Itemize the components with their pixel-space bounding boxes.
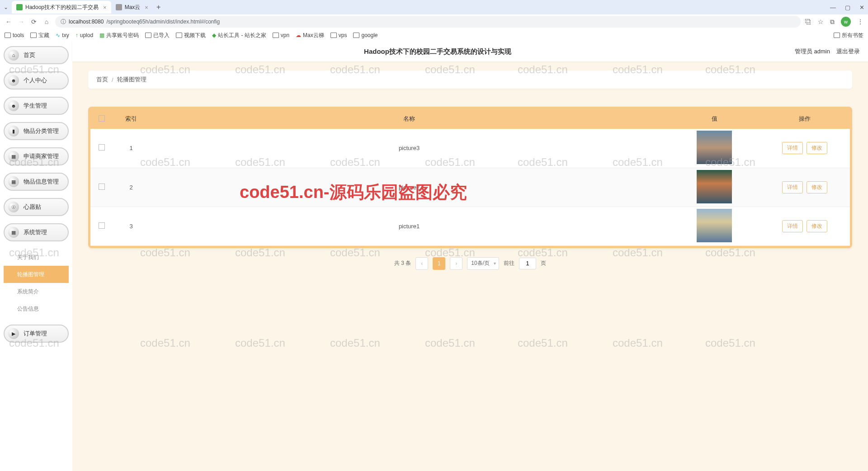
profile-avatar[interactable]: w — [841, 17, 851, 27]
bookmark-item[interactable]: ▦共享账号密码 — [99, 32, 139, 39]
browser-tab[interactable]: Max云 × — [111, 1, 153, 14]
bookmark-star-icon[interactable]: ☆ — [818, 18, 824, 25]
sidebar-label: 心愿贴 — [24, 203, 41, 211]
sidebar-item-profile[interactable]: ☻个人中心 — [4, 71, 69, 89]
site-info-icon[interactable]: ⓘ — [61, 18, 66, 26]
pager-goto-input[interactable] — [519, 258, 536, 269]
thumbnail-image — [697, 170, 732, 203]
content-area: 首页 / 轮播图管理 索引 名称 值 操作 — [72, 61, 868, 279]
pager-page-1[interactable]: 1 — [433, 257, 445, 270]
pager-size-select[interactable]: 10条/页 — [467, 257, 499, 270]
sidebar-label: 申请商家管理 — [24, 152, 59, 160]
sidebar-item-system[interactable]: ▦系统管理 — [4, 223, 69, 241]
folder-icon — [834, 33, 840, 38]
sidebar-item-home[interactable]: ⌂首页 — [4, 46, 69, 64]
user-label[interactable]: 管理员 admin — [795, 47, 830, 56]
sidebar-label: 物品信息管理 — [24, 178, 59, 186]
pagination: 共 3 条 ‹ 1 › 10条/页 前往 页 — [88, 257, 852, 270]
link-icon: ↑ — [75, 32, 78, 38]
sidebar-item-student[interactable]: ☻学生管理 — [4, 97, 69, 115]
bookmark-item[interactable]: google — [353, 32, 377, 38]
link-icon: ☁ — [296, 32, 301, 38]
sidebar-subnav: 关于我们 轮播图管理 系统简介 公告信息 — [4, 249, 69, 317]
edit-button[interactable]: 修改 — [807, 181, 827, 193]
bookmark-item[interactable]: ↑uplod — [75, 32, 93, 38]
detail-button[interactable]: 详情 — [782, 220, 803, 232]
folder-icon — [5, 33, 11, 38]
breadcrumb-current: 轮播图管理 — [117, 75, 146, 84]
translate-icon[interactable]: ⿻ — [805, 18, 811, 25]
th-action: 操作 — [760, 109, 850, 129]
bookmark-bar: tools 宝藏 ∿txy ↑uplod ▦共享账号密码 已导入 视频下载 ◆站… — [0, 29, 868, 42]
home-icon[interactable]: ⌂ — [42, 18, 51, 26]
cell-name: picture1 — [149, 207, 669, 245]
table-row: 1 picture3 详情 修改 — [90, 129, 850, 168]
grid-icon: ▦ — [8, 227, 19, 238]
forward-icon[interactable]: → — [17, 18, 25, 26]
bookmark-item[interactable]: tools — [5, 32, 24, 38]
tab-close-icon[interactable]: × — [103, 4, 107, 11]
bookmark-item[interactable]: 视频下载 — [176, 32, 206, 39]
cell-index: 3 — [113, 207, 149, 245]
pager-goto-label: 前往 — [504, 259, 514, 267]
bookmark-item[interactable]: 已导入 — [145, 32, 170, 39]
sidebar-sub-intro[interactable]: 系统简介 — [4, 283, 69, 300]
detail-button[interactable]: 详情 — [782, 142, 803, 154]
browser-chrome: ⌄ Hadoop技术下的校园二手交易 × Max云 × + — ▢ ✕ ← → … — [0, 0, 868, 42]
edit-button[interactable]: 修改 — [807, 142, 827, 154]
favicon-icon — [16, 4, 23, 10]
pager-prev[interactable]: ‹ — [415, 257, 428, 270]
link-icon: ◆ — [212, 32, 216, 38]
sidebar-item-order[interactable]: ▶订单管理 — [4, 325, 69, 343]
checkbox[interactable] — [99, 144, 105, 151]
bookmark-item[interactable]: vps — [330, 32, 347, 38]
menu-icon[interactable]: ⋮ — [857, 18, 863, 25]
sidebar-item-merchant[interactable]: ▦申请商家管理 — [4, 147, 69, 165]
checkbox[interactable] — [99, 184, 105, 190]
sidebar-item-goods[interactable]: ▦物品信息管理 — [4, 173, 69, 191]
browser-tab-active[interactable]: Hadoop技术下的校园二手交易 × — [12, 1, 111, 14]
checkbox-all[interactable] — [99, 115, 105, 122]
url-path: /springbooteq65h/admin/dist/index.html#/… — [106, 19, 220, 25]
maximize-icon[interactable]: ▢ — [845, 4, 850, 11]
bookmark-item[interactable]: ☁Max云梯 — [296, 32, 324, 39]
sidebar-sub-notice[interactable]: 公告信息 — [4, 300, 69, 317]
back-icon[interactable]: ← — [5, 18, 13, 26]
folder-icon — [176, 33, 182, 38]
sidebar-label: 订单管理 — [24, 330, 47, 338]
user-icon: ☻ — [8, 75, 19, 86]
new-tab-button[interactable]: + — [156, 3, 160, 11]
minimize-icon[interactable]: — — [830, 4, 836, 11]
bookmark-item[interactable]: vpn — [273, 32, 289, 38]
logout-link[interactable]: 退出登录 — [836, 47, 860, 56]
sidebar-item-category[interactable]: ▮物品分类管理 — [4, 122, 69, 140]
folder-icon — [353, 33, 359, 38]
checkbox[interactable] — [99, 222, 105, 229]
pager-next[interactable]: › — [450, 257, 462, 270]
chevron-down-icon[interactable]: ⌄ — [4, 4, 8, 10]
favicon-icon — [116, 4, 122, 10]
sidebar-item-wish[interactable]: ☉心愿贴 — [4, 198, 69, 216]
tab-close-icon[interactable]: × — [145, 4, 148, 11]
edit-button[interactable]: 修改 — [807, 220, 827, 232]
breadcrumb-home[interactable]: 首页 — [96, 75, 108, 84]
bookmark-all[interactable]: 所有书签 — [834, 32, 863, 39]
sidebar-sub-carousel[interactable]: 轮播图管理 — [4, 266, 69, 283]
url-input[interactable]: ⓘ localhost:8080/springbooteq65h/admin/d… — [55, 16, 801, 28]
url-host: localhost:8080 — [69, 19, 104, 25]
th-index: 索引 — [113, 109, 149, 129]
detail-button[interactable]: 详情 — [782, 181, 803, 193]
close-icon[interactable]: ✕ — [859, 4, 864, 11]
page-title: Hadoop技术下的校园二手交易系统的设计与实现 — [80, 47, 795, 56]
extensions-icon[interactable]: ⧉ — [830, 18, 835, 26]
sidebar-sub-about[interactable]: 关于我们 — [4, 249, 69, 266]
table-row: 2 picture2 详情 修改 — [90, 168, 850, 207]
play-icon: ▶ — [8, 328, 19, 339]
bookmark-item[interactable]: ∿txy — [56, 32, 69, 38]
folder-icon — [273, 33, 279, 38]
cell-index: 2 — [113, 168, 149, 207]
home-icon: ⌂ — [8, 50, 19, 61]
bookmark-item[interactable]: 宝藏 — [30, 32, 49, 39]
reload-icon[interactable]: ⟳ — [30, 18, 38, 26]
bookmark-item[interactable]: ◆站长工具 - 站长之家 — [212, 32, 266, 39]
